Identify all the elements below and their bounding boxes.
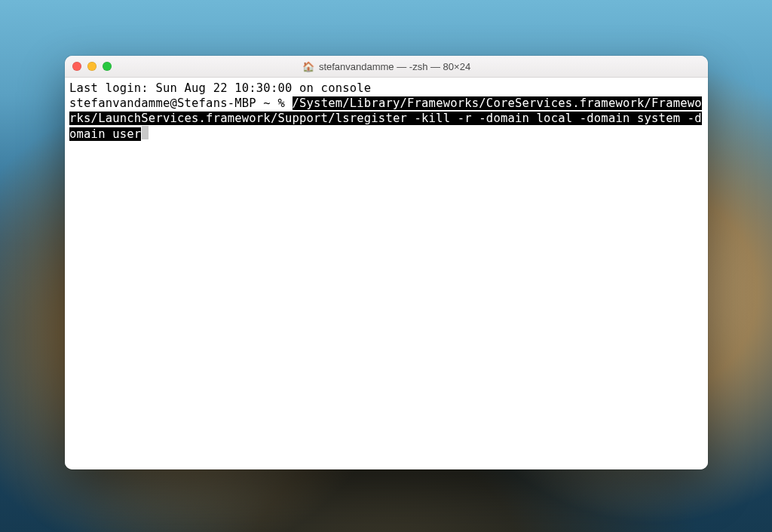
window-titlebar[interactable]: 🏠 stefanvandamme — -zsh — 80×24 [65,56,708,78]
window-title-text: stefanvandamme — -zsh — 80×24 [319,61,470,72]
terminal-viewport[interactable]: Last login: Sun Aug 22 10:30:00 on conso… [65,78,708,469]
terminal-prompt: stefanvandamme@Stefans-MBP ~ % [69,96,293,110]
window-minimize-button[interactable] [87,62,96,71]
terminal-cursor [142,126,149,139]
terminal-last-login: Last login: Sun Aug 22 10:30:00 on conso… [69,81,371,95]
window-close-button[interactable] [72,62,81,71]
window-title: 🏠 stefanvandamme — -zsh — 80×24 [65,61,708,72]
terminal-window[interactable]: 🏠 stefanvandamme — -zsh — 80×24 Last log… [65,56,708,469]
home-folder-icon: 🏠 [302,62,314,72]
window-zoom-button[interactable] [103,62,112,71]
window-traffic-lights [65,62,112,71]
